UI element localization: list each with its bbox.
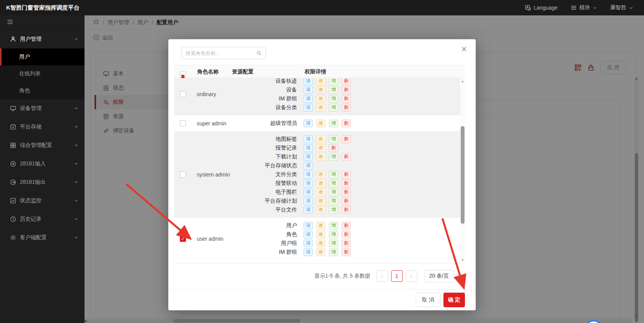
perm-badge-edit[interactable]: 改 bbox=[316, 171, 325, 178]
role-search-input[interactable] bbox=[186, 50, 256, 56]
perm-badge-add[interactable]: 增 bbox=[329, 180, 338, 187]
perm-badge-read[interactable]: 读 bbox=[304, 197, 313, 205]
perm-badge-read[interactable]: 读 bbox=[304, 135, 313, 143]
page-size-select[interactable]: 20 条/页 bbox=[424, 270, 454, 282]
perm-badge-read[interactable]: 读 bbox=[304, 180, 313, 187]
perm-badge-del[interactable]: 删 bbox=[342, 78, 351, 85]
perm-badge-read[interactable]: 读 bbox=[304, 188, 313, 196]
sidebar-item-platform-storage[interactable]: 平台存储 bbox=[0, 118, 85, 136]
perm-badge-add[interactable]: 增 bbox=[329, 78, 338, 85]
role-checkbox[interactable]: ✓ bbox=[180, 236, 186, 242]
perm-badge-read[interactable]: 读 bbox=[304, 153, 313, 161]
scrollbar-thumb[interactable] bbox=[461, 126, 465, 224]
perm-badge-del[interactable]: 删 bbox=[342, 153, 351, 161]
perm-badge-del[interactable]: 删 bbox=[342, 248, 351, 256]
prev-page-button[interactable]: ‹ bbox=[377, 270, 388, 282]
perm-badge-add[interactable]: 增 bbox=[329, 135, 338, 143]
perm-badge-read[interactable]: 读 bbox=[304, 120, 313, 127]
perm-badge-edit[interactable]: 改 bbox=[316, 222, 325, 230]
chevron-down-icon[interactable] bbox=[180, 72, 184, 78]
perm-badge-read[interactable]: 读 bbox=[304, 104, 313, 112]
perm-badge-edit[interactable]: 改 bbox=[316, 104, 325, 112]
perm-badge-del[interactable]: 删 bbox=[342, 171, 351, 178]
perm-badge-edit[interactable]: 改 bbox=[316, 78, 325, 85]
perm-badge-edit[interactable]: 改 bbox=[316, 180, 325, 187]
perm-badge-add[interactable]: 增 bbox=[329, 86, 338, 94]
perm-badge-add[interactable]: 增 bbox=[329, 104, 338, 112]
role-checkbox[interactable] bbox=[180, 91, 186, 97]
perm-badge-del[interactable]: 删 bbox=[342, 206, 351, 214]
perm-badge-add[interactable]: 增 bbox=[329, 95, 338, 103]
perm-badge-read[interactable]: 读 bbox=[304, 171, 313, 178]
perm-badge-read[interactable]: 读 bbox=[304, 162, 313, 170]
perm-badge-edit[interactable]: 改 bbox=[316, 95, 325, 103]
perm-badge-edit[interactable]: 改 bbox=[316, 135, 325, 143]
perm-badge-edit[interactable]: 改 bbox=[316, 153, 325, 161]
scroll-up-icon[interactable]: ▲ bbox=[461, 80, 464, 83]
perm-badge-add[interactable]: 增 bbox=[329, 240, 338, 247]
perm-badge-del[interactable]: 删 bbox=[342, 231, 351, 238]
current-page-button[interactable]: 1 bbox=[391, 270, 403, 282]
perm-badge-read[interactable]: 读 bbox=[304, 248, 313, 256]
perm-badge-edit[interactable]: 改 bbox=[316, 197, 325, 205]
sidebar-item-28181-output[interactable]: 28181输出 bbox=[0, 173, 85, 191]
perm-badge-add[interactable]: 增 bbox=[329, 206, 338, 214]
perm-badge-edit[interactable]: 改 bbox=[316, 120, 325, 127]
sidebar-item-client-config[interactable]: 客户端配置 bbox=[0, 228, 85, 247]
sidebar-subitem[interactable]: 用户 bbox=[0, 48, 85, 65]
role-checkbox[interactable] bbox=[180, 171, 186, 178]
perm-badge-read[interactable]: 读 bbox=[304, 78, 313, 85]
role-checkbox[interactable] bbox=[180, 120, 186, 127]
perm-badge-read[interactable]: 读 bbox=[304, 206, 313, 214]
perm-badge-read[interactable]: 读 bbox=[304, 86, 313, 94]
perm-badge-read[interactable]: 读 bbox=[304, 240, 313, 247]
perm-badge-del[interactable]: 删 bbox=[342, 120, 351, 127]
perm-badge-add[interactable]: 增 bbox=[329, 197, 338, 205]
perm-badge-edit[interactable]: 改 bbox=[316, 248, 325, 256]
sidebar-item-status-monitor[interactable]: 状态监控 bbox=[0, 191, 85, 210]
perm-badge-del[interactable]: 删 bbox=[342, 188, 351, 196]
perm-badge-read[interactable]: 读 bbox=[304, 222, 313, 230]
perm-badge-del[interactable]: 删 bbox=[342, 86, 351, 94]
perm-badge-del[interactable]: 删 bbox=[342, 95, 351, 103]
confirm-button[interactable]: 确 定 bbox=[443, 293, 465, 307]
perm-badge-del[interactable]: 删 bbox=[342, 222, 351, 230]
close-icon[interactable]: ✕ bbox=[461, 45, 467, 54]
perm-badge-add[interactable]: 增 bbox=[329, 231, 338, 238]
sidebar-item-device-mgmt[interactable]: 设备管理 bbox=[0, 99, 85, 118]
perm-badge-add[interactable]: 增 bbox=[329, 171, 338, 178]
perm-badge-del[interactable]: 删 bbox=[342, 104, 351, 112]
sidebar-item-general-config[interactable]: 综合管理配置 bbox=[0, 136, 85, 155]
sidebar-item-user-mgmt[interactable]: 用户管理 bbox=[0, 30, 85, 48]
perm-badge-read[interactable]: 读 bbox=[304, 95, 313, 103]
perm-badge-del[interactable]: 删 bbox=[342, 135, 351, 143]
collapse-sidebar-icon[interactable] bbox=[7, 19, 13, 27]
perm-badge-add[interactable]: 增 bbox=[329, 248, 338, 256]
sidebar-subitem[interactable]: 在线列表 bbox=[0, 65, 85, 82]
perm-badge-edit[interactable]: 改 bbox=[316, 206, 325, 214]
perm-badge-edit[interactable]: 改 bbox=[316, 231, 325, 238]
perm-badge-read[interactable]: 读 bbox=[304, 231, 313, 238]
language-switcher[interactable]: Language bbox=[525, 5, 558, 11]
table-scrollbar[interactable]: ▲ ▼ bbox=[460, 78, 465, 263]
perm-badge-add[interactable]: 增 bbox=[329, 153, 338, 161]
perm-badge-add[interactable]: 增 bbox=[329, 222, 338, 230]
perm-badge-edit[interactable]: 改 bbox=[316, 86, 325, 94]
sidebar-item-28181-input[interactable]: 28181输入 bbox=[0, 155, 85, 173]
cancel-button[interactable]: 取 消 bbox=[416, 293, 440, 307]
sidebar-item-history[interactable]: 历史记录 bbox=[0, 210, 85, 228]
perm-badge-del[interactable]: 删 bbox=[329, 144, 338, 152]
perm-badge-add[interactable]: 增 bbox=[329, 120, 338, 127]
perm-badge-del[interactable]: 删 bbox=[342, 180, 351, 187]
perm-badge-read[interactable]: 读 bbox=[304, 144, 313, 152]
perm-badge-edit[interactable]: 改 bbox=[316, 144, 325, 152]
perm-badge-add[interactable]: 增 bbox=[329, 188, 338, 196]
perm-badge-edit[interactable]: 改 bbox=[316, 188, 325, 196]
user-menu[interactable]: 康智胜 bbox=[610, 4, 633, 11]
scroll-down-icon[interactable]: ▼ bbox=[461, 258, 464, 262]
search-icon[interactable] bbox=[256, 50, 262, 56]
next-page-button[interactable]: › bbox=[406, 270, 417, 282]
perm-badge-edit[interactable]: 改 bbox=[316, 240, 325, 247]
module-menu[interactable]: 模块 bbox=[571, 4, 597, 11]
perm-badge-del[interactable]: 删 bbox=[342, 197, 351, 205]
